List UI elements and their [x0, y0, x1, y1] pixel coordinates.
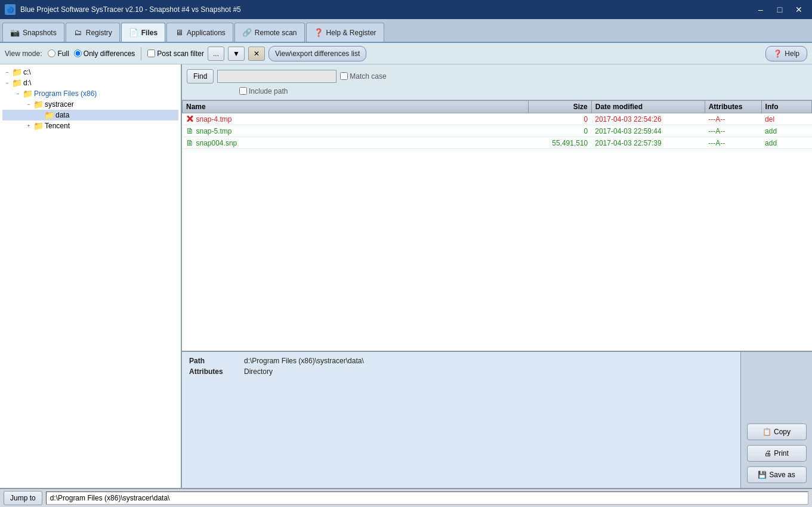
tree-item-d[interactable]: − 📁 d:\ [2, 78, 178, 88]
close-button[interactable]: ✕ [791, 3, 807, 16]
cell-date: 2017-04-03 22:54:26 [591, 113, 705, 125]
match-case-input[interactable] [340, 72, 348, 80]
tab-help-register[interactable]: ❓ Help & Register [306, 23, 384, 42]
dots-button[interactable]: ... [208, 47, 224, 61]
table-row[interactable]: 🗙 snap-4.tmp 0 2017-04-03 22:54:26 ---A-… [183, 113, 812, 125]
tab-snapshots-label: Snapshots [23, 29, 57, 37]
cell-name: 🗙 snap-4.tmp [183, 113, 529, 125]
radio-full[interactable]: Full [48, 50, 69, 58]
table-row[interactable]: 🗎 snap-5.tmp 0 2017-04-03 22:59:44 ---A-… [183, 125, 812, 137]
info-panel: Path d:\Program Files (x86)\systracer\da… [182, 351, 812, 488]
cell-attributes: ---A-- [705, 113, 761, 125]
tree-item-systracer[interactable]: − 📁 systracer [2, 99, 178, 110]
toolbar: View mode: Full Only differences Post sc… [0, 43, 812, 64]
right-panel: Find Match case Include path [182, 64, 812, 488]
filter-button[interactable]: ▼ [228, 47, 245, 61]
cell-info: add [761, 137, 811, 149]
path-value: d:\Program Files (x86)\systracer\data\ [244, 357, 364, 365]
file-table-wrap: Name Size Date modified Attributes Info … [182, 100, 812, 351]
cell-attributes: ---A-- [705, 137, 761, 149]
tree-label-data: data [55, 111, 69, 119]
print-button[interactable]: 🖨 Print [747, 445, 807, 462]
tree-item-tencent[interactable]: + 📁 Tencent [2, 120, 178, 131]
file-icon-del: 🗙 [186, 115, 194, 123]
help-register-icon: ❓ [314, 28, 323, 38]
folder-icon-d: 📁 [12, 78, 22, 88]
file-table: Name Size Date modified Attributes Info … [182, 100, 812, 149]
tree-toggle-tencent[interactable]: + [25, 123, 32, 129]
main-area: − 📁 c:\ − 📁 d:\ − 📁 Program Files (x86) … [0, 64, 812, 488]
cell-attributes: ---A-- [705, 125, 761, 137]
file-name: snap-5.tmp [196, 127, 232, 135]
radio-full-input[interactable] [48, 50, 55, 57]
applications-icon: 🖥 [174, 28, 184, 38]
match-case-check[interactable]: Match case [340, 72, 386, 81]
tab-applications[interactable]: 🖥 Applications [166, 23, 233, 42]
tree-toggle-c[interactable]: − [4, 69, 11, 75]
radio-full-label: Full [57, 50, 69, 58]
side-buttons: 📋 Copy 🖨 Print 💾 Save as [740, 352, 812, 488]
maximize-button[interactable]: □ [771, 3, 788, 16]
tree-label-d: d:\ [23, 79, 31, 87]
copy-button[interactable]: 📋 Copy [747, 423, 807, 440]
folder-icon-pf: 📁 [23, 89, 33, 98]
find-button[interactable]: Find [187, 69, 214, 84]
tree-toggle-systracer[interactable]: − [25, 101, 32, 107]
tree-label-systracer: systracer [45, 100, 74, 109]
radio-only-diff[interactable]: Only differences [74, 50, 135, 58]
separator-1 [141, 47, 141, 60]
snapshots-icon: 📷 [10, 28, 20, 38]
tab-snapshots[interactable]: 📷 Snapshots [2, 23, 64, 42]
tree-item-data[interactable]: 📁 data [2, 110, 178, 120]
view-export-button[interactable]: View\export differences list [268, 46, 366, 61]
folder-icon-data: 📁 [44, 110, 54, 120]
file-name: snap-4.tmp [196, 115, 232, 123]
tab-remote-scan[interactable]: 🔗 Remote scan [234, 23, 305, 42]
save-as-button[interactable]: 💾 Save as [747, 466, 807, 483]
file-icon-add: 🗎 [186, 126, 194, 135]
jump-to-button[interactable]: Jump to [4, 491, 42, 505]
save-as-label: Save as [769, 471, 795, 479]
cell-name: 🗎 snap-5.tmp [183, 125, 529, 137]
window-title: Blue Project Software SysTracer v2.10 - … [20, 5, 241, 14]
tree-item-c[interactable]: − 📁 c:\ [2, 67, 178, 78]
file-name: snap004.snp [196, 139, 237, 147]
cell-size: 0 [529, 125, 592, 137]
col-attributes: Attributes [705, 101, 761, 113]
clear-filter-button[interactable]: ✕ [248, 47, 265, 61]
copy-label: Copy [774, 428, 791, 436]
app-icon: 🔵 [5, 4, 16, 15]
search-input[interactable] [217, 70, 336, 83]
tree-toggle-d[interactable]: − [4, 80, 11, 86]
include-path-check[interactable]: Include path [239, 87, 288, 95]
search-bar: Find Match case Include path [182, 64, 812, 100]
help-label: Help [785, 50, 799, 58]
table-row[interactable]: 🗎 snap004.snp 55,491,510 2017-04-03 22:5… [183, 137, 812, 149]
tree-item-program-files[interactable]: − 📁 Program Files (x86) [2, 88, 178, 99]
tab-applications-label: Applications [187, 29, 226, 37]
info-content: Path d:\Program Files (x86)\systracer\da… [182, 352, 740, 488]
tree-toggle-pf[interactable]: − [14, 91, 21, 97]
window-controls: – □ ✕ [752, 3, 807, 16]
include-path-input[interactable] [239, 87, 247, 95]
tab-files[interactable]: 📄 Files [121, 23, 165, 42]
cell-size: 55,491,510 [529, 137, 592, 149]
tab-registry-label: Registry [86, 29, 112, 37]
help-button[interactable]: ❓ Help [765, 46, 807, 61]
col-date: Date modified [591, 101, 705, 113]
view-mode-group: Full Only differences [48, 50, 135, 58]
post-scan-filter-input[interactable] [147, 50, 155, 57]
clear-filter-icon: ✕ [254, 50, 260, 58]
path-label: Path [189, 357, 237, 365]
cell-info: del [761, 113, 811, 125]
cell-date: 2017-04-03 22:59:44 [591, 125, 705, 137]
col-info: Info [761, 101, 811, 113]
print-label: Print [774, 449, 789, 457]
col-size: Size [529, 101, 592, 113]
radio-only-diff-input[interactable] [74, 50, 82, 57]
tree-label-c: c:\ [23, 68, 31, 76]
minimize-button[interactable]: – [752, 3, 769, 16]
post-scan-filter-check[interactable]: Post scan filter [147, 50, 204, 58]
tab-registry[interactable]: 🗂 Registry [66, 23, 120, 42]
file-icon-add: 🗎 [186, 138, 194, 147]
